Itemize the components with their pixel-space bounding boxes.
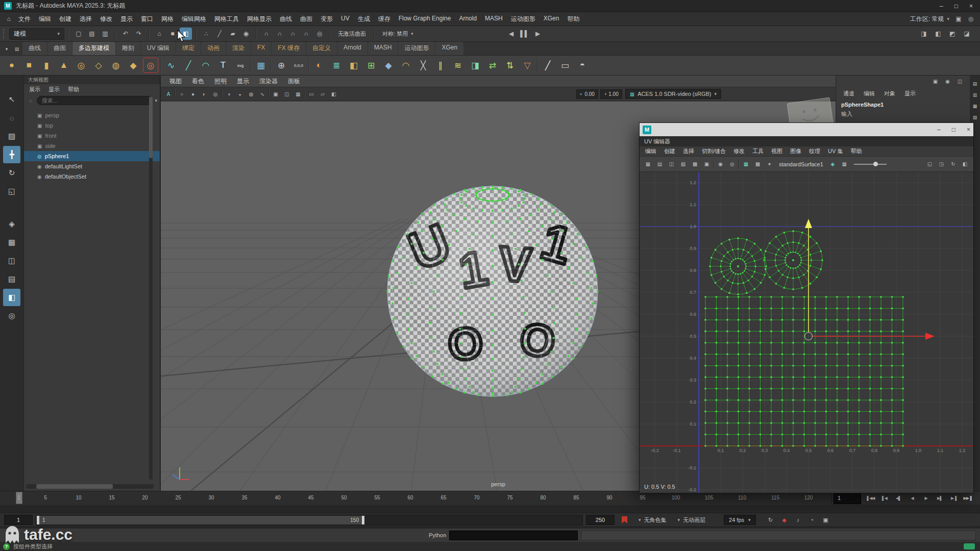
uv-borders-icon[interactable]: ▣ xyxy=(701,159,712,169)
poly-plane-icon[interactable]: ◇ xyxy=(91,58,106,73)
outliner-item[interactable]: ▣ side xyxy=(24,141,160,151)
poly-disc-icon[interactable]: ◍ xyxy=(108,58,124,73)
shelf-tab[interactable]: UV 编辑 xyxy=(141,42,176,55)
reduce-mesh-icon[interactable]: ▽ xyxy=(520,58,535,73)
animation-layer-selector[interactable]: ▾ 无动画层 xyxy=(678,516,706,524)
select-uv-icon[interactable]: ◉ xyxy=(240,28,252,40)
camera-attributes-icon[interactable]: A xyxy=(163,89,174,99)
shelf-tab[interactable]: Arnold xyxy=(337,42,368,55)
menu-set-selector[interactable]: 建模 ▾ xyxy=(9,28,64,40)
fps-selector[interactable]: 24 fps ▾ xyxy=(724,515,756,525)
command-input[interactable] xyxy=(449,531,578,540)
quad-draw-icon[interactable]: ╱ xyxy=(540,58,555,73)
arc-curve-tool-icon[interactable]: ◠ xyxy=(198,58,213,73)
outliner-item[interactable]: ▣ persp xyxy=(24,110,160,120)
shelf-gear-icon[interactable]: ▤ xyxy=(12,44,21,54)
play-forward-button[interactable]: ▶ xyxy=(919,492,933,505)
character-set-selector[interactable]: ▾ 无角色集 xyxy=(639,516,667,524)
bridge-icon[interactable]: ◠ xyxy=(398,58,413,73)
open-scene-icon[interactable]: ▤ xyxy=(86,28,98,40)
lighting-icon[interactable]: ◑ xyxy=(224,89,234,99)
colorspace-dropdown[interactable]: ▦ ACES 1.0 SDR-video (sRGB) ▾ xyxy=(625,89,721,99)
viewport-menu-item[interactable]: 渲染器 xyxy=(255,76,282,87)
type-tool-icon[interactable]: T xyxy=(215,58,231,73)
smooth-mesh-icon[interactable]: ⇄ xyxy=(485,58,500,73)
close-button[interactable]: × xyxy=(967,126,970,133)
retopologize-icon[interactable]: ⇅ xyxy=(502,58,518,73)
lasso-tool-icon[interactable]: ◌ xyxy=(3,109,20,127)
channel-box-tab-icon[interactable]: ▤ xyxy=(971,80,979,88)
toggle-attribute-editor-icon[interactable]: ◨ xyxy=(918,28,930,40)
menu-item[interactable]: 网格 xyxy=(157,13,178,26)
menu-item[interactable]: 选择 xyxy=(76,13,96,26)
menu-item[interactable]: 窗口 xyxy=(137,13,157,26)
viewport-menu-item[interactable]: 照明 xyxy=(210,76,231,87)
sweep-mesh-icon[interactable]: ▦ xyxy=(253,58,268,73)
snap-to-curve-icon[interactable]: ∩ xyxy=(274,28,286,40)
chevron-down-icon[interactable]: ▾ xyxy=(764,159,775,169)
attribute-editor-tab-icon[interactable]: ▥ xyxy=(971,91,979,99)
select-edge-icon[interactable]: ╱ xyxy=(213,28,226,40)
menu-item[interactable]: 变形 xyxy=(316,13,337,26)
protractor-icon[interactable]: ◓ xyxy=(575,58,590,73)
shelf-menu-icon[interactable]: ▾ xyxy=(2,44,11,54)
animation-start-field[interactable] xyxy=(4,515,33,525)
poly-platonic-icon[interactable]: ◆ xyxy=(126,58,141,73)
uv-grid-small-icon[interactable]: ▦ xyxy=(839,159,850,169)
outliner-item[interactable]: ◉ defaultLightSet xyxy=(24,161,160,171)
save-scene-icon[interactable]: ▥ xyxy=(99,28,111,40)
multi-cut-icon[interactable]: ╳ xyxy=(415,58,431,73)
menu-item[interactable]: 曲线 xyxy=(276,13,296,26)
uv-editor-menu-item[interactable]: 创建 xyxy=(660,146,679,156)
tool-settings-tab-icon[interactable]: ▦ xyxy=(971,102,979,110)
workspace-pin-icon[interactable]: ▣ xyxy=(952,13,965,25)
workspace-selector[interactable]: 工作区: 常规 ▾ xyxy=(907,15,952,23)
uv-grid-layout-icon[interactable]: ▦ xyxy=(643,159,653,169)
filter-icon[interactable]: ◌ xyxy=(27,96,35,105)
shaded-icon[interactable]: ● xyxy=(188,89,198,99)
poly-torus-icon[interactable]: ◎ xyxy=(74,58,89,73)
uv-stacked-icon[interactable]: ▤ xyxy=(654,159,665,169)
channelbox-menu-item[interactable]: 对象 xyxy=(884,90,895,97)
shelf-tab[interactable]: 渲染 xyxy=(226,42,251,55)
isolate-select-icon[interactable]: ▣ xyxy=(271,89,281,99)
toggle-tool-settings-icon[interactable]: ◧ xyxy=(932,28,944,40)
uv-frame-selected-icon[interactable]: ◳ xyxy=(936,159,947,169)
menu-item[interactable]: 帮助 xyxy=(563,13,583,26)
grid-toggle-icon[interactable]: ▦ xyxy=(293,89,303,99)
pause-evaluation-icon[interactable]: ▌▌ xyxy=(519,28,531,40)
uv-distortion-icon[interactable]: ▧ xyxy=(678,159,689,169)
modeling-toolkit-tab-icon[interactable]: ▧ xyxy=(971,113,979,121)
zoom-region-icon[interactable]: ⊕ xyxy=(274,58,289,73)
gate-mask-icon[interactable]: ◧ xyxy=(329,89,339,99)
current-frame-field[interactable]: 1 xyxy=(834,492,861,504)
menu-item[interactable]: MASH xyxy=(481,13,507,26)
poly-cone-icon[interactable]: ▲ xyxy=(56,58,71,73)
playback-speed-icon[interactable]: ◔ xyxy=(807,515,817,524)
uv-editor-menu-item[interactable]: 编辑 xyxy=(642,146,660,156)
shadows-icon[interactable]: ◒ xyxy=(235,89,245,99)
textured-icon[interactable]: ◐ xyxy=(199,89,209,99)
previous-key-button[interactable]: ▌◀ xyxy=(878,492,891,505)
close-button[interactable]: × xyxy=(969,3,973,10)
outliner-menu-item[interactable]: 展示 xyxy=(29,86,40,93)
outliner-item[interactable]: ◉ defaultObjectSet xyxy=(24,171,160,182)
shelf-tab[interactable]: 绑定 xyxy=(176,42,201,55)
channelbox-menu-item[interactable]: 显示 xyxy=(904,90,916,97)
uv-editor-menu-item[interactable]: 纹理 xyxy=(805,146,824,156)
select-face-icon[interactable]: ▰ xyxy=(227,28,239,40)
dim-image-slider[interactable] xyxy=(854,159,887,169)
group-grip[interactable] xyxy=(3,29,6,39)
uv-checker-icon[interactable]: ▩ xyxy=(690,159,700,169)
screen-icon[interactable]: ▣ xyxy=(930,77,940,86)
shelf-tab[interactable]: XGen xyxy=(435,42,463,55)
workspace-settings-icon[interactable]: ◎ xyxy=(965,13,977,25)
layout-two-pane-icon[interactable]: ◫ xyxy=(3,252,20,269)
extrude-icon[interactable]: ⊞ xyxy=(363,58,379,73)
shelf-tab[interactable]: 动画 xyxy=(201,42,226,55)
viewport-menu-item[interactable]: 视图 xyxy=(165,76,186,87)
shelf-tab[interactable]: MASH xyxy=(368,42,398,55)
snap-to-grid-icon[interactable]: ∩ xyxy=(260,28,273,40)
command-result-field[interactable] xyxy=(581,531,976,540)
evaluation-forward-icon[interactable]: ▶ xyxy=(532,28,544,40)
